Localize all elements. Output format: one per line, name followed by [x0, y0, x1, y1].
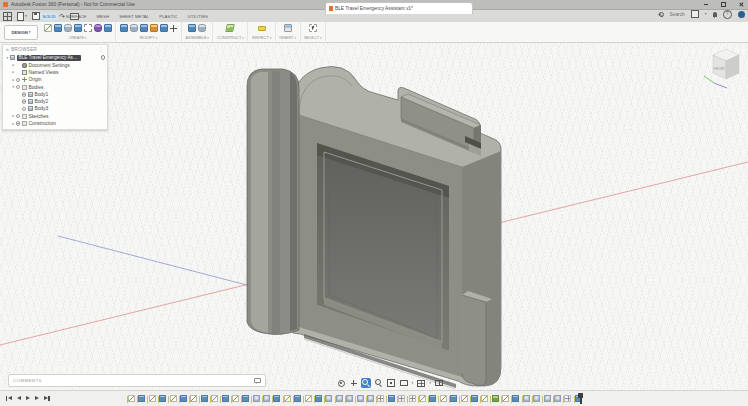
step-forward-button[interactable]	[35, 396, 39, 400]
extensions-icon[interactable]	[691, 10, 699, 18]
timeline-fillet-feature-20[interactable]	[325, 395, 332, 402]
timeline-fillet-feature-22[interactable]	[346, 395, 353, 402]
viewports-icon-caret[interactable]: ▾	[447, 381, 449, 385]
tab-mesh[interactable]: MESH	[94, 13, 112, 20]
minimize-button[interactable]	[704, 4, 708, 5]
orbit-icon[interactable]	[336, 378, 346, 388]
timeline-fillet-feature-21[interactable]	[336, 395, 343, 402]
tree-item-bodies[interactable]: ▾Bodies	[3, 83, 107, 90]
go-to-start-button[interactable]	[6, 396, 12, 401]
visibility-eye-icon[interactable]	[16, 85, 20, 89]
construction-plane-icon[interactable]	[226, 24, 236, 32]
timeline-sketch-feature-1[interactable]	[128, 395, 135, 402]
tree-item-body3[interactable]: Body3	[3, 105, 107, 112]
cylinder-icon[interactable]	[64, 24, 72, 32]
visibility-eye-icon[interactable]	[16, 78, 20, 82]
create-form-icon[interactable]	[94, 24, 102, 32]
tree-item-origin[interactable]: ▸Origin	[3, 76, 107, 83]
timeline-extrude-feature-2[interactable]	[138, 395, 145, 402]
insert-canvas-icon[interactable]	[284, 24, 292, 32]
box-icon[interactable]	[54, 24, 62, 32]
tab-plastic[interactable]: PLASTIC	[157, 13, 180, 20]
comments-bar[interactable]: COMMENTS	[8, 374, 266, 387]
visibility-eye-icon[interactable]	[16, 114, 20, 118]
tab-solid[interactable]: SOLID	[40, 13, 58, 20]
timeline-extrude-feature-32[interactable]	[450, 395, 457, 402]
tree-item-body2[interactable]: Body2	[3, 98, 107, 105]
display-settings-icon-caret[interactable]: ▾	[412, 381, 414, 385]
tab-sheet-metal[interactable]: SHEET METAL	[117, 13, 152, 20]
group-label-construct[interactable]: CONSTRUCT	[217, 35, 244, 40]
search-label[interactable]: Search	[670, 12, 685, 17]
timeline-extrude-feature-38[interactable]	[512, 395, 519, 402]
timeline-extrude-feature-19[interactable]	[315, 395, 322, 402]
workspace-selector[interactable]: DESIGN	[4, 25, 38, 40]
timeline-fillet-feature-13[interactable]	[253, 395, 260, 402]
file-menu-icon[interactable]: ▾	[17, 12, 27, 21]
visibility-eye-icon[interactable]	[16, 121, 20, 125]
offset-face-icon[interactable]	[160, 24, 168, 32]
browser-menu-icon[interactable]: ⋮	[99, 46, 104, 52]
group-label-modify[interactable]: MODIFY	[140, 35, 158, 40]
timeline-extrude-feature-30[interactable]	[429, 395, 436, 402]
expand-icon[interactable]: ▸	[11, 63, 16, 67]
search-icon[interactable]	[659, 12, 664, 17]
timeline-sketch-feature-3[interactable]	[149, 395, 156, 402]
timeline-sketch-feature-18[interactable]	[305, 395, 312, 402]
new-component-icon[interactable]	[188, 24, 196, 32]
timeline-sketch-feature-29[interactable]	[419, 395, 426, 402]
thicken-icon[interactable]	[104, 24, 112, 32]
tree-item-named-views[interactable]: ▸Named Views	[3, 69, 107, 76]
timeline-fillet-feature-41[interactable]	[544, 395, 551, 402]
measure-icon[interactable]	[258, 26, 266, 31]
timeline-extrude-feature-10[interactable]	[222, 395, 229, 402]
press-pull-icon[interactable]	[120, 24, 128, 32]
save-icon[interactable]	[32, 12, 41, 21]
pan-icon[interactable]	[349, 378, 359, 388]
timeline-move-feature-28[interactable]	[409, 395, 416, 402]
timeline-combine-feature-36[interactable]	[492, 395, 499, 402]
timeline-extrude-feature-4[interactable]	[159, 395, 166, 402]
joint-icon[interactable]	[198, 24, 206, 32]
timeline-extrude-feature-8[interactable]	[201, 395, 208, 402]
timeline-sketch-feature-11[interactable]	[232, 395, 239, 402]
activate-component-radio[interactable]	[101, 55, 106, 60]
create-sketch-icon[interactable]	[44, 24, 52, 32]
extrude-icon[interactable]	[74, 24, 82, 32]
timeline-fillet-feature-24[interactable]	[367, 395, 374, 402]
group-label-create[interactable]: CREATE	[69, 35, 87, 40]
maximize-button[interactable]	[721, 2, 727, 8]
tree-item-document-settings[interactable]: ▸Document Settings	[3, 62, 107, 69]
expand-icon[interactable]: ▸	[11, 70, 16, 74]
timeline-sketch-feature-33[interactable]	[461, 395, 468, 402]
timeline-sketch-feature-7[interactable]	[190, 395, 197, 402]
data-panel-icon[interactable]	[3, 12, 12, 21]
viewport-canvas[interactable]	[0, 42, 748, 391]
grid-settings-icon[interactable]	[416, 378, 426, 388]
timeline-fillet-feature-40[interactable]	[533, 395, 540, 402]
tab-surface[interactable]: SURFACE	[63, 13, 89, 20]
root-component-label[interactable]: BLE Travel Emergency Assist...	[17, 55, 81, 61]
browser-root-row[interactable]: ▾ BLE Travel Emergency Assist...	[3, 54, 107, 62]
timeline-extrude-feature-17[interactable]	[294, 395, 301, 402]
select-icon[interactable]	[309, 24, 317, 32]
notifications-icon[interactable]	[713, 12, 718, 17]
close-button[interactable]	[739, 3, 743, 7]
group-label-insert[interactable]: INSERT	[279, 35, 296, 40]
document-tab[interactable]: BLE Travel Emergency Assistant v1*	[325, 2, 473, 14]
timeline-fillet-feature-39[interactable]	[523, 395, 530, 402]
timeline-extrude-feature-6[interactable]	[180, 395, 187, 402]
comment-bubble-icon[interactable]	[254, 378, 261, 384]
timeline-sketch-feature-5[interactable]	[170, 395, 177, 402]
group-label-inspect[interactable]: INSPECT	[252, 35, 271, 40]
timeline-sketch-feature-37[interactable]	[502, 395, 509, 402]
timeline-sketch-feature-16[interactable]	[284, 395, 291, 402]
tree-item-construction[interactable]: ▸Construction	[3, 120, 107, 127]
group-label-select[interactable]: SELECT	[304, 35, 322, 40]
timeline-extrude-feature-26[interactable]	[388, 395, 395, 402]
browser-collapse-icon[interactable]: «	[6, 46, 9, 52]
tree-item-body1[interactable]: Body1	[3, 91, 107, 98]
display-settings-icon[interactable]	[399, 378, 409, 388]
user-avatar[interactable]	[738, 11, 746, 19]
zoom-window-icon[interactable]	[374, 378, 384, 388]
